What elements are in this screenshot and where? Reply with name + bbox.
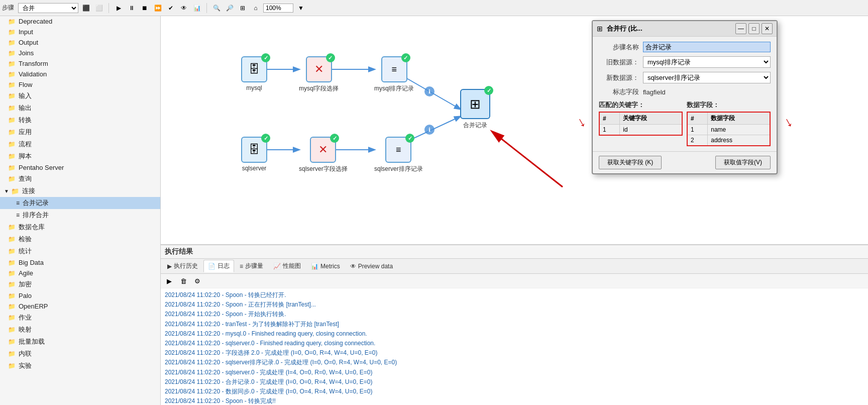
item-label: 应用 (19, 128, 32, 137)
sidebar-item-21[interactable]: 📁Big Data (0, 257, 160, 268)
sidebar-item-20[interactable]: 📁统计 (0, 245, 160, 257)
fit-icon[interactable]: ⊞ (237, 3, 248, 14)
toolbar-icon-2[interactable]: ⬜ (93, 3, 104, 14)
sidebar-item-9[interactable]: 📁转换 (0, 114, 160, 126)
check-icon[interactable]: ✔ (165, 3, 176, 14)
flag-field-row: 标志字段 flagfield (599, 87, 771, 96)
folder-icon: 📁 (8, 326, 16, 333)
sidebar-item-19[interactable]: 📁检验 (0, 233, 160, 245)
preview-icon[interactable]: ⏩ (152, 3, 163, 14)
item-label: 统计 (19, 247, 32, 256)
sidebar-group-15[interactable]: ▼📁连接 (0, 185, 160, 197)
old-source-select[interactable]: mysql排序记录 (643, 56, 771, 68)
get-key-btn[interactable]: 获取关键字段 (K) (599, 156, 662, 169)
node-sqlserver[interactable]: 🗄 ✓ sqlserver (241, 137, 267, 172)
sidebar-item-29[interactable]: 📁内联 (0, 348, 160, 360)
sidebar-item-8[interactable]: 📁输出 (0, 102, 160, 114)
item-label: 加密 (19, 280, 32, 289)
node-check-5: ✓ (261, 134, 270, 143)
sidebar-subitem-17[interactable]: ≡排序合并 (0, 209, 160, 221)
sidebar-item-13[interactable]: 📁Pentaho Server (0, 162, 160, 173)
item-label: 转换 (19, 116, 32, 125)
results-tab-4[interactable]: 📊Metrics (306, 261, 345, 272)
item-label: Agile (19, 269, 33, 277)
run-icon[interactable]: ▶ (113, 3, 124, 14)
zoom-input[interactable] (263, 4, 293, 13)
sidebar-item-0[interactable]: 📁Deprecated (0, 16, 160, 27)
zoom-in-icon[interactable]: 🔍 (211, 3, 222, 14)
sidebar-item-18[interactable]: 📁数据仓库 (0, 221, 160, 233)
results-tab-1[interactable]: 📄日志 (203, 260, 234, 272)
sidebar-item-11[interactable]: 📁流程 (0, 138, 160, 150)
sidebar-item-28[interactable]: 📁批量加载 (0, 336, 160, 348)
pause-icon[interactable]: ⏸ (126, 3, 137, 14)
sidebar-item-7[interactable]: 📁输入 (0, 90, 160, 102)
node-check-3: ✓ (401, 53, 410, 62)
dialog-close-btn[interactable]: ✕ (762, 23, 773, 34)
folder-icon: 📁 (8, 236, 16, 243)
node-mysql-sort[interactable]: ≡ ✓ mysql排序记录 (374, 56, 414, 93)
folder-icon: 📁 (8, 303, 16, 310)
sidebar-item-2[interactable]: 📁Output (0, 37, 160, 48)
sidebar-item-6[interactable]: 📁Flow (0, 79, 160, 90)
sidebar-item-5[interactable]: 📁Validation (0, 69, 160, 79)
sidebar-subitem-16[interactable]: ≡合并记录 (0, 197, 160, 209)
results-tab-2[interactable]: ≡步骤量 (235, 260, 268, 272)
eye-icon[interactable]: 👁 (178, 3, 189, 14)
step-select[interactable]: 合并 (18, 3, 78, 13)
sidebar-item-10[interactable]: 📁应用 (0, 126, 160, 138)
sidebar-item-1[interactable]: 📁Input (0, 27, 160, 37)
svg-point-3 (424, 86, 435, 96)
item-label: 作业 (19, 313, 32, 322)
data-row-1-num: 1 (687, 125, 708, 135)
item-label: Output (19, 39, 38, 46)
step-name-input[interactable] (643, 42, 771, 52)
log-play-btn[interactable]: ▶ (164, 275, 175, 286)
sidebar-item-26[interactable]: 📁作业 (0, 312, 160, 324)
folder-icon: 📁 (8, 281, 16, 288)
table-row: 1 name (687, 125, 770, 135)
sidebar-item-3[interactable]: 📁Joins (0, 48, 160, 58)
zoom-out-icon[interactable]: 🔎 (224, 3, 235, 14)
results-tab-0[interactable]: ▶执行历史 (163, 260, 202, 272)
sidebar-item-24[interactable]: 📁Palo (0, 290, 160, 301)
log-line-0: 2021/08/24 11:02:20 - Spoon - 转换已经打开. (165, 290, 864, 300)
dialog-minimize-btn[interactable]: — (735, 23, 746, 34)
toolbar-icon-1[interactable]: ⬛ (80, 3, 91, 14)
node-mysql[interactable]: 🗄 ✓ mysql (241, 56, 267, 91)
node-mysql-field[interactable]: ✕ ✓ mysql字段选择 (299, 56, 339, 93)
home-icon[interactable]: ⌂ (250, 3, 261, 14)
dialog-restore-btn[interactable]: □ (748, 23, 759, 34)
folder-icon: 📁 (8, 50, 16, 57)
sidebar-item-12[interactable]: 📁脚本 (0, 150, 160, 162)
step-label: 步骤 (2, 4, 14, 12)
log-settings-btn[interactable]: ⚙ (192, 275, 203, 286)
chart-icon[interactable]: 📊 (191, 3, 202, 14)
sidebar-item-25[interactable]: 📁OpenERP (0, 301, 160, 312)
item-label: 输入 (19, 91, 32, 100)
item-label: 输出 (19, 104, 32, 113)
sidebar-item-27[interactable]: 📁映射 (0, 324, 160, 336)
dialog-titlebar: ⊞ 合并行 (比... — □ ✕ (593, 21, 777, 37)
zoom-dropdown-icon[interactable]: ▼ (295, 3, 306, 14)
item-label: Palo (19, 292, 32, 299)
stop-icon[interactable]: ⏹ (139, 3, 150, 14)
log-clear-btn[interactable]: 🗑 (178, 275, 189, 286)
item-label: 脚本 (19, 152, 32, 161)
node-sqlserver-sort[interactable]: ≡ ✓ sqlserver排序记录 (374, 137, 423, 173)
node-sqlserver-field-label: sqlserver字段选择 (299, 165, 348, 173)
results-tab-3[interactable]: 📈性能图 (269, 260, 305, 272)
node-mysql-sort-label: mysql排序记录 (374, 84, 414, 93)
get-value-btn[interactable]: 获取值字段(V) (715, 156, 771, 169)
node-sqlserver-field[interactable]: ✕ ✓ sqlserver字段选择 (299, 137, 348, 173)
sidebar-item-14[interactable]: 📁查询 (0, 173, 160, 185)
sidebar-item-4[interactable]: 📁Transform (0, 58, 160, 69)
tab-label: 日志 (218, 262, 230, 270)
sidebar-item-23[interactable]: 📁加密 (0, 278, 160, 290)
new-source-select[interactable]: sqlserver排序记录 (643, 72, 771, 83)
sidebar-item-22[interactable]: 📁Agile (0, 268, 160, 278)
node-merge[interactable]: ⊞ ✓ 合并记录 (460, 89, 490, 130)
sidebar-item-30[interactable]: 📁实验 (0, 360, 160, 372)
toolbar-sep-2 (206, 3, 207, 13)
results-tab-5[interactable]: 👁Preview data (346, 261, 397, 272)
